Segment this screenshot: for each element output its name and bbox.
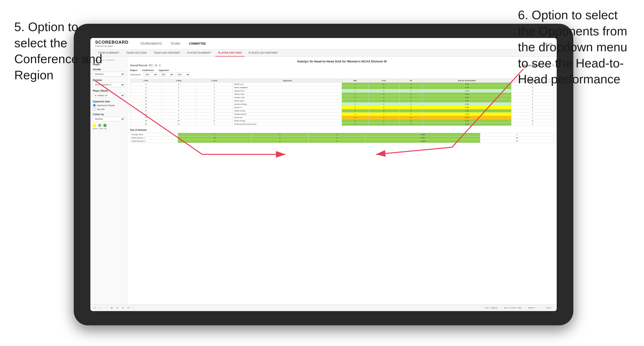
ood-cell-rounds: 2 bbox=[480, 133, 554, 136]
conference-select[interactable]: (All) bbox=[160, 72, 174, 77]
cell-reg: 10 bbox=[162, 119, 196, 123]
sub-nav-player-h2h-grid[interactable]: PLAYER H2H GRID bbox=[215, 49, 244, 56]
cell-conf: 6 bbox=[196, 119, 233, 123]
cell-win: 1 bbox=[342, 103, 368, 106]
opponent-filter-group: Opponent bbox=[159, 69, 169, 71]
player-rank-label: Player (Rank) bbox=[93, 90, 125, 92]
timer-icon[interactable]: ⏱ bbox=[127, 307, 130, 309]
cell-reg: 11 bbox=[162, 123, 196, 126]
cell-diff: 0.38 bbox=[422, 106, 511, 109]
opponent-view-section: Opponent view Opponents Played Top 100 bbox=[93, 100, 125, 111]
colour-by-section: Colour by Win/loss bbox=[93, 113, 125, 121]
cell-loss: 0 bbox=[368, 99, 399, 103]
label-up: Up bbox=[104, 128, 106, 130]
cell-win: 1 bbox=[342, 99, 368, 103]
opponent-select[interactable]: (All) bbox=[176, 72, 190, 77]
color-dot-green bbox=[103, 124, 106, 127]
back-icon[interactable]: ← bbox=[100, 307, 102, 309]
sub-nav: TEAM SUMMARY TEAM H2H GRID TEAM H2H HEAT… bbox=[90, 49, 557, 57]
cell-conf: 2 bbox=[196, 86, 233, 89]
cell-reg: 8 bbox=[162, 109, 196, 113]
share-icon[interactable]: ↑ bbox=[540, 307, 541, 309]
ood-cell-win: 15 bbox=[178, 136, 252, 140]
conference-filter-label: Conference bbox=[142, 69, 154, 71]
nav-tournaments[interactable]: TOURNAMENTS bbox=[138, 41, 164, 46]
cell-tie: 0 bbox=[399, 96, 422, 99]
cell-div: 14 bbox=[130, 106, 162, 109]
cell-conf: 4 bbox=[196, 106, 233, 109]
save-custom-btn[interactable]: Save Custom View bbox=[502, 306, 524, 310]
toolbar-right: View: Original Save Custom View Watch ▾ … bbox=[483, 306, 553, 310]
cell-conf: 3 bbox=[196, 89, 233, 93]
player-rank-select[interactable]: 8. Katelyn Vo bbox=[93, 93, 125, 98]
cell-reg: 3 bbox=[162, 89, 196, 93]
cell-loss: 0 bbox=[368, 86, 399, 89]
out-of-division-section: Out of division Foreign Team 1 0 0 4.500… bbox=[130, 129, 554, 143]
cell-loss: 0 bbox=[368, 89, 399, 93]
watch-btn[interactable]: Watch ▾ bbox=[526, 306, 538, 310]
table-row: 6 3 3 Sydney Kuo 1 0 0 -1.00 3 bbox=[130, 89, 554, 93]
nav-teams[interactable]: TEAMS bbox=[168, 41, 182, 46]
cell-reg: 3 bbox=[162, 113, 196, 116]
refresh-icon[interactable]: ↺ bbox=[122, 307, 124, 309]
forward-icon[interactable]: → bbox=[105, 307, 107, 309]
region-filter-label: Region bbox=[130, 69, 138, 71]
cell-loss: 0 bbox=[368, 83, 399, 86]
grid-icon[interactable]: ⊞ bbox=[111, 307, 113, 309]
sub-nav-player-h2h-heatmap[interactable]: PLAYER H2H HEATMAP bbox=[246, 49, 281, 56]
filters-header: Region Conference Opponent bbox=[130, 69, 554, 71]
ood-cell-name: Foreign Team bbox=[130, 133, 178, 136]
cell-diff: 4.00 bbox=[422, 86, 511, 89]
cell-reg: 2 bbox=[162, 99, 196, 103]
col-win: Win bbox=[342, 79, 368, 83]
cell-tie: 0 bbox=[399, 89, 422, 93]
opponent-view-label: Opponent view bbox=[93, 100, 125, 103]
col-opponent: Opponent bbox=[233, 79, 342, 83]
cell-conf: 4 bbox=[196, 93, 233, 96]
cell-loss: 0 bbox=[368, 96, 399, 99]
sub-nav-team-h2h-grid[interactable]: TEAM H2H GRID bbox=[124, 49, 150, 56]
cell-opponent: Euna Lee bbox=[233, 116, 342, 119]
cell-reg: 2 bbox=[162, 86, 196, 89]
nav-committee[interactable]: COMMITTEE bbox=[187, 41, 208, 46]
ood-table-row: Foreign Team 1 0 0 4.500 2 bbox=[130, 133, 554, 136]
cell-diff: -3.00 bbox=[422, 103, 511, 106]
label-level: Level bbox=[98, 128, 103, 130]
cell-tie: 0 bbox=[399, 93, 422, 96]
player-rank-section: Player (Rank) 8. Katelyn Vo bbox=[93, 90, 125, 98]
cell-opponent: Alexis Sudjianto bbox=[233, 86, 342, 89]
view-original-btn[interactable]: View: Original bbox=[483, 306, 499, 310]
region-select[interactable]: (All) bbox=[143, 72, 158, 77]
content-area: Last Updated: 27/03/2024 Player Gender W… bbox=[90, 57, 557, 304]
cell-div: 18 bbox=[130, 116, 162, 119]
sub-nav-player-summary[interactable]: PLAYER SUMMARY bbox=[184, 49, 214, 56]
cell-win: 1 bbox=[342, 83, 368, 86]
cell-div: 16 bbox=[130, 113, 162, 116]
ood-cell-loss: 0 bbox=[252, 133, 308, 136]
cell-conf: 1 bbox=[196, 83, 233, 86]
cell-tie: 0 bbox=[399, 123, 422, 126]
undo-icon[interactable]: ↩ bbox=[94, 307, 96, 309]
opponents-played-radio[interactable]: Opponents Played bbox=[93, 104, 125, 107]
cell-loss: 1 bbox=[368, 123, 399, 126]
ood-cell-name: NAIA Division 1 bbox=[130, 136, 178, 140]
bottom-toolbar: ↩ ← → ⊞ ⊙ ↺ ⏱ View: Original Save Custom… bbox=[90, 304, 557, 311]
ood-cell-tie: 0 bbox=[308, 133, 366, 136]
colour-by-select[interactable]: Win/loss bbox=[93, 117, 125, 121]
cell-opponent: Andrea York bbox=[233, 96, 342, 99]
sub-nav-team-h2h-heatmap[interactable]: TEAM H2H HEATMAP bbox=[151, 49, 183, 56]
table-row: 15 8 5 Stella Cheng 1 0 0 1.25 4 bbox=[130, 109, 554, 113]
cell-win: 2 bbox=[342, 96, 368, 99]
table-row: 18 2 2 Euna Lee 0 2 0 -5.00 2 bbox=[130, 116, 554, 119]
cell-reg: 1 bbox=[162, 103, 196, 106]
cell-opponent: Sydney Kuo bbox=[233, 89, 342, 93]
cell-rounds: 9 bbox=[511, 106, 554, 109]
share-btn[interactable]: Share bbox=[544, 306, 553, 310]
cell-div: 13 bbox=[130, 103, 162, 106]
circle-icon[interactable]: ⊙ bbox=[116, 307, 118, 309]
ood-cell-loss: 0 bbox=[252, 140, 308, 143]
top100-radio[interactable]: Top 100 bbox=[93, 108, 125, 111]
cell-loss: 2 bbox=[368, 113, 399, 116]
cell-tie: 0 bbox=[399, 99, 422, 103]
cell-loss: 2 bbox=[368, 106, 399, 109]
